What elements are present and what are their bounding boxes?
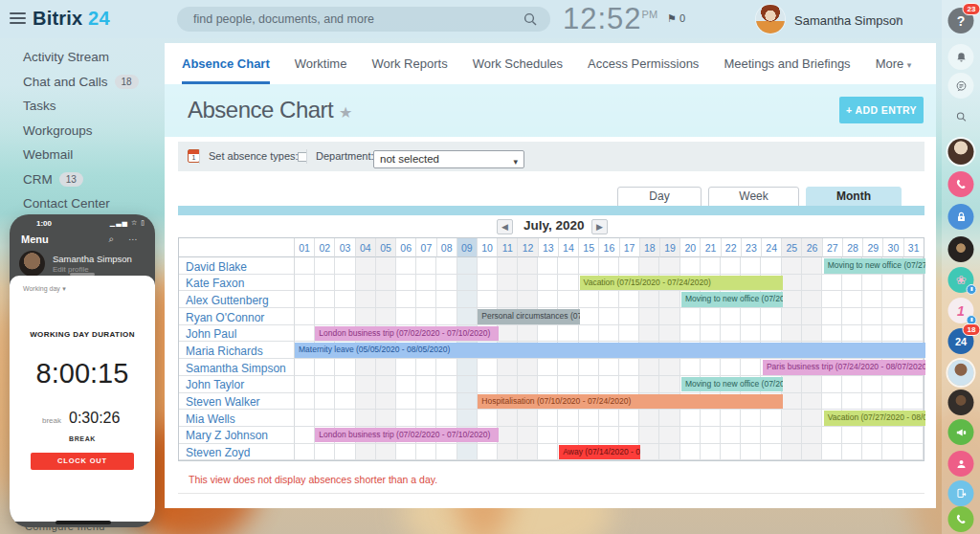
day-cell[interactable]: [538, 427, 558, 444]
day-cell[interactable]: [782, 291, 802, 308]
messenger-icon[interactable]: [948, 73, 974, 99]
day-cell[interactable]: [457, 444, 478, 461]
day-cell[interactable]: [862, 308, 882, 325]
day-cell[interactable]: [619, 325, 639, 343]
day-cell[interactable]: [295, 427, 315, 444]
day-cell[interactable]: [761, 444, 781, 461]
day-cell[interactable]: [782, 308, 802, 325]
search-icon[interactable]: [948, 103, 974, 129]
menu-hamburger-icon[interactable]: [10, 12, 26, 25]
day-cell[interactable]: [802, 257, 822, 275]
tab-work-reports[interactable]: Work Reports: [371, 43, 447, 84]
absence-bar-moving[interactable]: Moving to new office (07/20/2020: [681, 377, 783, 392]
absence-bar-vacation[interactable]: Vacation (07/15/2020 - 07/24/2020): [580, 276, 784, 291]
day-cell[interactable]: [659, 376, 679, 393]
day-cell[interactable]: [558, 359, 578, 376]
day-cell[interactable]: [579, 359, 599, 376]
day-cell[interactable]: [842, 444, 862, 461]
day-cell[interactable]: [356, 275, 376, 292]
day-cell[interactable]: [396, 275, 416, 292]
sidebar-item-workgroups[interactable]: Workgroups: [23, 123, 93, 138]
day-cell[interactable]: [659, 257, 679, 275]
day-cell[interactable]: [457, 308, 478, 325]
day-cell[interactable]: [518, 444, 538, 461]
day-cell[interactable]: [416, 308, 436, 325]
prev-month-button[interactable]: ◀: [497, 219, 513, 234]
day-cell[interactable]: [680, 427, 701, 444]
day-cell[interactable]: [315, 308, 335, 325]
day-cell[interactable]: [701, 308, 721, 325]
day-cell[interactable]: [457, 410, 478, 427]
day-cell[interactable]: [701, 257, 721, 275]
day-cell[interactable]: [295, 393, 315, 411]
day-cell[interactable]: [842, 325, 862, 343]
day-cell[interactable]: [538, 275, 558, 292]
day-cell[interactable]: [782, 410, 802, 427]
bitrix24-icon[interactable]: 2418: [948, 328, 974, 354]
day-cell[interactable]: [659, 308, 679, 325]
absence-bar-hospitalisation[interactable]: Hospitalisation (07/10/2020 - 07/24/2020…: [478, 394, 783, 410]
day-cell[interactable]: [436, 308, 457, 325]
day-cell[interactable]: [335, 393, 355, 411]
day-cell[interactable]: [822, 427, 842, 444]
day-cell[interactable]: [315, 393, 335, 411]
day-cell[interactable]: [802, 410, 822, 427]
day-cell[interactable]: [903, 444, 924, 461]
day-cell[interactable]: [396, 393, 416, 411]
day-cell[interactable]: [478, 257, 498, 275]
day-cell[interactable]: [498, 376, 518, 393]
add-entry-button[interactable]: + ADD ENTRY: [839, 97, 924, 123]
day-cell[interactable]: [802, 427, 822, 444]
day-cell[interactable]: [721, 257, 741, 275]
day-cell[interactable]: [376, 393, 396, 411]
day-cell[interactable]: [498, 275, 518, 292]
day-cell[interactable]: [822, 275, 842, 292]
day-cell[interactable]: [335, 275, 355, 292]
day-cell[interactable]: [538, 376, 558, 393]
day-cell[interactable]: [802, 393, 822, 411]
day-cell[interactable]: [882, 376, 902, 393]
help-icon[interactable]: ?23: [948, 8, 974, 33]
user-name[interactable]: Samantha Simpson: [794, 13, 902, 28]
day-cell[interactable]: [822, 325, 842, 343]
day-cell[interactable]: [538, 444, 558, 461]
day-cell[interactable]: [782, 325, 802, 343]
phone-clock-out-button[interactable]: CLOCK OUT: [31, 453, 134, 470]
employee-name[interactable]: Maria Richards: [179, 342, 295, 359]
day-cell[interactable]: [579, 376, 599, 393]
day-cell[interactable]: [639, 376, 659, 393]
day-cell[interactable]: [295, 275, 315, 292]
day-cell[interactable]: [295, 308, 315, 325]
day-cell[interactable]: [882, 291, 902, 308]
day-cell[interactable]: [416, 393, 436, 411]
callback-phone-icon[interactable]: [948, 506, 974, 532]
day-cell[interactable]: [862, 393, 882, 411]
day-cell[interactable]: [659, 410, 679, 427]
day-cell[interactable]: [295, 359, 315, 376]
day-cell[interactable]: [619, 410, 639, 427]
day-cell[interactable]: [741, 427, 761, 444]
day-cell[interactable]: [741, 325, 761, 343]
day-cell[interactable]: [639, 427, 659, 444]
day-cell[interactable]: [721, 325, 741, 343]
day-cell[interactable]: [903, 308, 924, 325]
day-cell[interactable]: [761, 427, 781, 444]
day-cell[interactable]: [518, 410, 538, 427]
day-cell[interactable]: [558, 291, 578, 308]
day-cell[interactable]: [599, 325, 619, 343]
day-cell[interactable]: [376, 275, 396, 292]
day-cell[interactable]: [639, 257, 659, 275]
day-cell[interactable]: [599, 376, 619, 393]
day-cell[interactable]: [376, 376, 396, 393]
day-cell[interactable]: [701, 427, 721, 444]
day-cell[interactable]: [558, 325, 578, 343]
day-cell[interactable]: [457, 376, 478, 393]
day-cell[interactable]: [639, 359, 659, 376]
sidebar-item-crm[interactable]: CRM13: [23, 172, 83, 188]
day-cell[interactable]: [701, 444, 721, 461]
employee-name[interactable]: Alex Guttenberg: [179, 291, 295, 308]
day-cell[interactable]: [376, 444, 396, 461]
employee-name[interactable]: Steven Zoyd: [179, 444, 295, 461]
day-cell[interactable]: [457, 359, 478, 376]
phone-working-day-label[interactable]: Working day ▾: [23, 283, 66, 293]
